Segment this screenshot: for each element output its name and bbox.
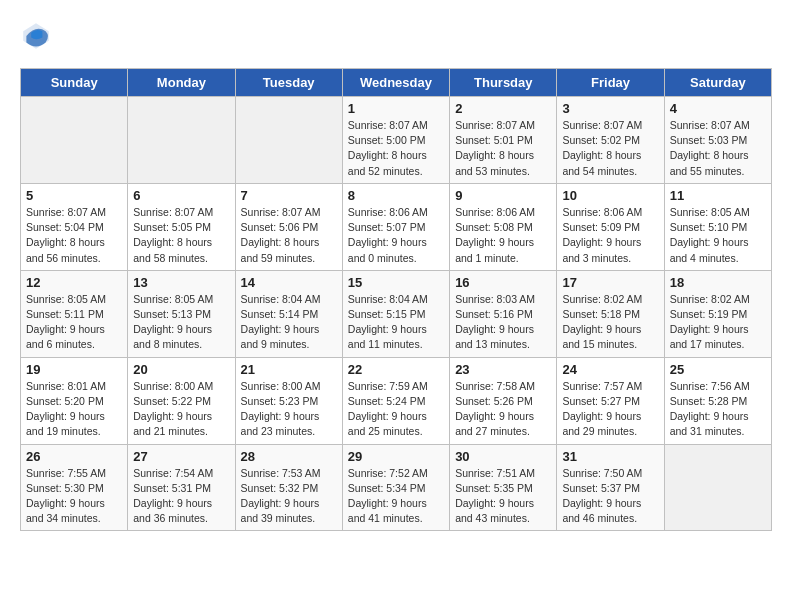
day-number: 29 <box>348 449 444 464</box>
calendar-cell <box>235 97 342 184</box>
day-number: 20 <box>133 362 229 377</box>
day-info: Sunrise: 8:06 AMSunset: 5:09 PMDaylight:… <box>562 205 658 266</box>
day-number: 11 <box>670 188 766 203</box>
weekday-header-thursday: Thursday <box>450 69 557 97</box>
day-number: 10 <box>562 188 658 203</box>
calendar-cell: 26Sunrise: 7:55 AMSunset: 5:30 PMDayligh… <box>21 444 128 531</box>
calendar-cell: 3Sunrise: 8:07 AMSunset: 5:02 PMDaylight… <box>557 97 664 184</box>
calendar-body: 1Sunrise: 8:07 AMSunset: 5:00 PMDaylight… <box>21 97 772 531</box>
day-number: 22 <box>348 362 444 377</box>
day-info: Sunrise: 8:07 AMSunset: 5:06 PMDaylight:… <box>241 205 337 266</box>
day-info: Sunrise: 8:04 AMSunset: 5:15 PMDaylight:… <box>348 292 444 353</box>
weekday-header-sunday: Sunday <box>21 69 128 97</box>
day-info: Sunrise: 8:01 AMSunset: 5:20 PMDaylight:… <box>26 379 122 440</box>
day-info: Sunrise: 8:05 AMSunset: 5:13 PMDaylight:… <box>133 292 229 353</box>
logo <box>20 20 58 52</box>
day-number: 5 <box>26 188 122 203</box>
calendar-cell: 10Sunrise: 8:06 AMSunset: 5:09 PMDayligh… <box>557 183 664 270</box>
weekday-header-row: SundayMondayTuesdayWednesdayThursdayFrid… <box>21 69 772 97</box>
calendar-cell: 21Sunrise: 8:00 AMSunset: 5:23 PMDayligh… <box>235 357 342 444</box>
calendar-cell: 12Sunrise: 8:05 AMSunset: 5:11 PMDayligh… <box>21 270 128 357</box>
day-number: 9 <box>455 188 551 203</box>
calendar-cell: 23Sunrise: 7:58 AMSunset: 5:26 PMDayligh… <box>450 357 557 444</box>
day-number: 3 <box>562 101 658 116</box>
day-info: Sunrise: 8:07 AMSunset: 5:00 PMDaylight:… <box>348 118 444 179</box>
day-info: Sunrise: 7:51 AMSunset: 5:35 PMDaylight:… <box>455 466 551 527</box>
day-info: Sunrise: 8:02 AMSunset: 5:18 PMDaylight:… <box>562 292 658 353</box>
calendar-cell: 29Sunrise: 7:52 AMSunset: 5:34 PMDayligh… <box>342 444 449 531</box>
calendar-cell <box>21 97 128 184</box>
calendar-cell: 22Sunrise: 7:59 AMSunset: 5:24 PMDayligh… <box>342 357 449 444</box>
calendar-cell: 13Sunrise: 8:05 AMSunset: 5:13 PMDayligh… <box>128 270 235 357</box>
day-number: 16 <box>455 275 551 290</box>
day-info: Sunrise: 7:58 AMSunset: 5:26 PMDaylight:… <box>455 379 551 440</box>
calendar-cell: 18Sunrise: 8:02 AMSunset: 5:19 PMDayligh… <box>664 270 771 357</box>
calendar-cell: 25Sunrise: 7:56 AMSunset: 5:28 PMDayligh… <box>664 357 771 444</box>
calendar-cell: 8Sunrise: 8:06 AMSunset: 5:07 PMDaylight… <box>342 183 449 270</box>
day-info: Sunrise: 8:02 AMSunset: 5:19 PMDaylight:… <box>670 292 766 353</box>
calendar-week-2: 5Sunrise: 8:07 AMSunset: 5:04 PMDaylight… <box>21 183 772 270</box>
weekday-header-saturday: Saturday <box>664 69 771 97</box>
day-info: Sunrise: 8:06 AMSunset: 5:08 PMDaylight:… <box>455 205 551 266</box>
day-number: 8 <box>348 188 444 203</box>
calendar-week-1: 1Sunrise: 8:07 AMSunset: 5:00 PMDaylight… <box>21 97 772 184</box>
calendar-cell: 14Sunrise: 8:04 AMSunset: 5:14 PMDayligh… <box>235 270 342 357</box>
day-number: 4 <box>670 101 766 116</box>
day-info: Sunrise: 8:05 AMSunset: 5:11 PMDaylight:… <box>26 292 122 353</box>
calendar-cell: 31Sunrise: 7:50 AMSunset: 5:37 PMDayligh… <box>557 444 664 531</box>
day-info: Sunrise: 7:52 AMSunset: 5:34 PMDaylight:… <box>348 466 444 527</box>
day-number: 21 <box>241 362 337 377</box>
weekday-header-friday: Friday <box>557 69 664 97</box>
day-number: 14 <box>241 275 337 290</box>
calendar-cell: 24Sunrise: 7:57 AMSunset: 5:27 PMDayligh… <box>557 357 664 444</box>
day-info: Sunrise: 8:00 AMSunset: 5:22 PMDaylight:… <box>133 379 229 440</box>
day-number: 31 <box>562 449 658 464</box>
day-number: 15 <box>348 275 444 290</box>
calendar-cell <box>664 444 771 531</box>
day-number: 25 <box>670 362 766 377</box>
day-number: 27 <box>133 449 229 464</box>
calendar-cell: 2Sunrise: 8:07 AMSunset: 5:01 PMDaylight… <box>450 97 557 184</box>
day-number: 13 <box>133 275 229 290</box>
day-number: 30 <box>455 449 551 464</box>
calendar-header: SundayMondayTuesdayWednesdayThursdayFrid… <box>21 69 772 97</box>
day-number: 7 <box>241 188 337 203</box>
calendar-cell: 27Sunrise: 7:54 AMSunset: 5:31 PMDayligh… <box>128 444 235 531</box>
day-info: Sunrise: 8:07 AMSunset: 5:01 PMDaylight:… <box>455 118 551 179</box>
calendar-week-5: 26Sunrise: 7:55 AMSunset: 5:30 PMDayligh… <box>21 444 772 531</box>
day-info: Sunrise: 8:05 AMSunset: 5:10 PMDaylight:… <box>670 205 766 266</box>
day-number: 19 <box>26 362 122 377</box>
day-info: Sunrise: 7:57 AMSunset: 5:27 PMDaylight:… <box>562 379 658 440</box>
day-number: 12 <box>26 275 122 290</box>
calendar-cell: 6Sunrise: 8:07 AMSunset: 5:05 PMDaylight… <box>128 183 235 270</box>
day-info: Sunrise: 8:00 AMSunset: 5:23 PMDaylight:… <box>241 379 337 440</box>
day-info: Sunrise: 8:03 AMSunset: 5:16 PMDaylight:… <box>455 292 551 353</box>
page-header <box>20 20 772 52</box>
calendar-week-3: 12Sunrise: 8:05 AMSunset: 5:11 PMDayligh… <box>21 270 772 357</box>
day-info: Sunrise: 8:07 AMSunset: 5:04 PMDaylight:… <box>26 205 122 266</box>
day-info: Sunrise: 8:06 AMSunset: 5:07 PMDaylight:… <box>348 205 444 266</box>
calendar-cell: 28Sunrise: 7:53 AMSunset: 5:32 PMDayligh… <box>235 444 342 531</box>
day-info: Sunrise: 8:04 AMSunset: 5:14 PMDaylight:… <box>241 292 337 353</box>
calendar-cell: 15Sunrise: 8:04 AMSunset: 5:15 PMDayligh… <box>342 270 449 357</box>
day-info: Sunrise: 7:56 AMSunset: 5:28 PMDaylight:… <box>670 379 766 440</box>
calendar-cell <box>128 97 235 184</box>
calendar-week-4: 19Sunrise: 8:01 AMSunset: 5:20 PMDayligh… <box>21 357 772 444</box>
day-number: 26 <box>26 449 122 464</box>
day-info: Sunrise: 8:07 AMSunset: 5:05 PMDaylight:… <box>133 205 229 266</box>
calendar-cell: 11Sunrise: 8:05 AMSunset: 5:10 PMDayligh… <box>664 183 771 270</box>
day-info: Sunrise: 7:53 AMSunset: 5:32 PMDaylight:… <box>241 466 337 527</box>
calendar-cell: 17Sunrise: 8:02 AMSunset: 5:18 PMDayligh… <box>557 270 664 357</box>
day-number: 1 <box>348 101 444 116</box>
calendar-cell: 20Sunrise: 8:00 AMSunset: 5:22 PMDayligh… <box>128 357 235 444</box>
calendar-cell: 19Sunrise: 8:01 AMSunset: 5:20 PMDayligh… <box>21 357 128 444</box>
calendar-cell: 1Sunrise: 8:07 AMSunset: 5:00 PMDaylight… <box>342 97 449 184</box>
day-info: Sunrise: 8:07 AMSunset: 5:02 PMDaylight:… <box>562 118 658 179</box>
day-number: 24 <box>562 362 658 377</box>
day-number: 17 <box>562 275 658 290</box>
day-number: 28 <box>241 449 337 464</box>
weekday-header-tuesday: Tuesday <box>235 69 342 97</box>
day-info: Sunrise: 7:54 AMSunset: 5:31 PMDaylight:… <box>133 466 229 527</box>
day-info: Sunrise: 7:50 AMSunset: 5:37 PMDaylight:… <box>562 466 658 527</box>
calendar-cell: 30Sunrise: 7:51 AMSunset: 5:35 PMDayligh… <box>450 444 557 531</box>
